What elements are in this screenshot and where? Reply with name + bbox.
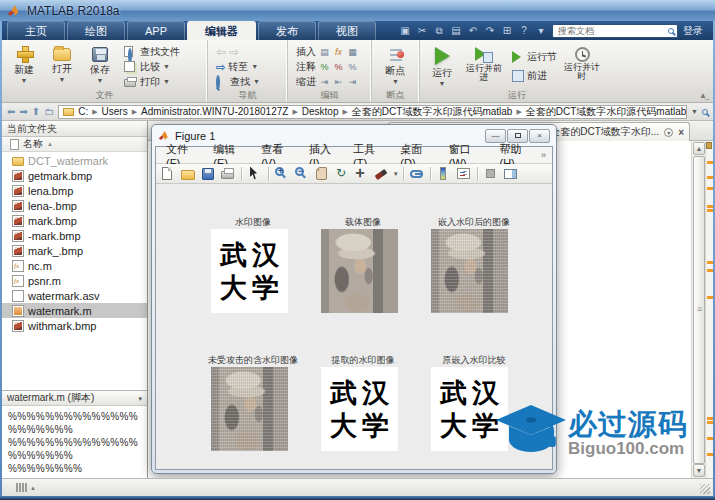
ribbon-tab-绘图[interactable]: 绘图	[67, 21, 125, 40]
path-segment[interactable]: 全套的DCT域数字水印源代码matlab	[526, 105, 687, 119]
advance-button[interactable]: 前进	[512, 69, 557, 84]
new-button[interactable]: 新建▼	[6, 43, 42, 90]
annotation-tick[interactable]	[707, 269, 713, 272]
copy-icon[interactable]: ⧉	[433, 25, 445, 37]
ribbon-tab-发布[interactable]: 发布	[258, 21, 316, 40]
annotation-tick[interactable]	[707, 176, 713, 179]
file-row[interactable]: psnr.m	[2, 273, 147, 288]
annotation-tick[interactable]	[707, 296, 713, 299]
print-figure-icon[interactable]	[220, 166, 236, 182]
window-titlebar[interactable]: MATLAB R2018a	[0, 0, 715, 21]
hide-plot-tools-icon[interactable]	[483, 166, 499, 182]
ribbon-tab-主页[interactable]: 主页	[7, 21, 65, 40]
indent-button[interactable]: 缩进 ⇥ ⇤ ⇥	[296, 75, 365, 88]
file-row[interactable]: watermark.m	[2, 303, 147, 318]
file-row[interactable]: watermark.asv	[2, 288, 147, 303]
message-indicator-icon[interactable]	[706, 142, 712, 149]
find-files-button[interactable]: 查找文件	[124, 45, 180, 58]
path-segment[interactable]: Desktop	[302, 106, 339, 117]
current-folder-header[interactable]: 当前文件夹	[2, 121, 147, 137]
breakpoints-button[interactable]: 断点▼	[376, 43, 415, 90]
menu-overflow-icon[interactable]: »	[541, 150, 549, 160]
resize-grip-icon[interactable]	[700, 484, 710, 494]
find-button[interactable]: 查找▼	[216, 75, 281, 88]
statusbar-grip-icon[interactable]: ▲	[16, 483, 36, 492]
file-row[interactable]: mark_.bmp	[2, 243, 147, 258]
annotation-tick[interactable]	[707, 209, 713, 212]
file-row[interactable]: getmark.bmp	[2, 168, 147, 183]
file-row[interactable]: -mark.bmp	[2, 228, 147, 243]
cut-icon[interactable]: ✂	[416, 25, 428, 36]
path-segment[interactable]: Administrator.WIN7U-20180127Z	[141, 106, 288, 117]
pan-icon[interactable]	[314, 166, 330, 182]
insert-button[interactable]: 插入 ▤ fx ▦	[296, 45, 365, 58]
brush-dropdown-icon[interactable]: ▾	[394, 171, 398, 176]
path-dropdown-icon[interactable]: ▼	[691, 109, 698, 114]
file-row[interactable]: mark.bmp	[2, 213, 147, 228]
ribbon-tab-视图[interactable]: 视图	[318, 21, 376, 40]
edit-plot-cursor-icon[interactable]	[247, 166, 263, 182]
ribbon-tab-编辑器[interactable]: 编辑器	[187, 21, 256, 40]
tab-close-icon[interactable]: ×	[678, 128, 684, 137]
close-button[interactable]: ×	[529, 129, 550, 143]
file-row[interactable]: DCT_watermark	[2, 153, 147, 168]
details-collapse-icon[interactable]: ▾	[138, 396, 142, 401]
insert-legend-icon[interactable]	[456, 166, 472, 182]
file-row[interactable]: lena.bmp	[2, 183, 147, 198]
annotation-tick[interactable]	[707, 161, 713, 164]
insert-colorbar-icon[interactable]	[436, 166, 452, 182]
window-icon[interactable]: ⊞	[501, 25, 513, 36]
file-details-header[interactable]: watermark.m (脚本) ▾	[2, 390, 147, 406]
run-button[interactable]: 运行▼	[424, 43, 460, 90]
address-search-icon[interactable]	[702, 109, 708, 115]
tab-menu-icon[interactable]: ▾	[664, 128, 673, 137]
annotation-tick[interactable]	[707, 261, 713, 264]
breadcrumb[interactable]: C:▶Users▶Administrator.WIN7U-20180127Z▶D…	[58, 105, 687, 119]
restore-button[interactable]	[507, 129, 528, 143]
minimize-button[interactable]: —	[485, 129, 506, 143]
nav-arrows[interactable]: ⇦ ⇨	[216, 45, 281, 58]
redo-icon[interactable]: ↷	[484, 25, 496, 36]
goto-button[interactable]: ⇨ 转至▼	[216, 60, 281, 73]
ribbon-tab-APP[interactable]: APP	[127, 21, 185, 40]
path-segment[interactable]: 全套的DCT域数字水印源代码matlab	[352, 105, 513, 119]
zoom-in-icon[interactable]	[274, 166, 290, 182]
run-advance-button[interactable]: 运行并前进	[462, 43, 506, 90]
collapse-ribbon-icon[interactable]: ▲̲	[699, 91, 707, 100]
path-segment[interactable]: C:	[78, 106, 88, 117]
save-icon[interactable]: ▣	[399, 25, 411, 36]
print-button[interactable]: 打印▼	[124, 75, 180, 88]
new-figure-icon[interactable]	[160, 166, 176, 182]
link-plot-icon[interactable]	[409, 166, 425, 182]
back-icon[interactable]: ⬅	[7, 106, 15, 117]
file-row[interactable]: withmark.bmp	[2, 318, 147, 333]
scroll-up-icon[interactable]: ▲	[693, 142, 705, 155]
run-section-button[interactable]: 运行节	[512, 50, 557, 65]
show-plot-tools-icon[interactable]	[503, 166, 519, 182]
doc-search-box[interactable]	[552, 24, 678, 38]
paste-icon[interactable]: ▤	[450, 25, 462, 36]
file-row[interactable]: nc.m	[2, 258, 147, 273]
file-row[interactable]: lena-.bmp	[2, 198, 147, 213]
save-button[interactable]: 保存▼	[82, 43, 118, 90]
comment-button[interactable]: 注释 % % %	[296, 60, 365, 73]
annotation-tick[interactable]	[707, 205, 713, 208]
doc-search-input[interactable]	[556, 25, 665, 37]
open-button[interactable]: 打开▼	[44, 43, 80, 90]
help-icon[interactable]: ?	[518, 25, 530, 36]
brush-icon[interactable]	[374, 166, 390, 182]
search-icon[interactable]	[668, 28, 674, 34]
name-column-header[interactable]: 名称 ▲	[2, 137, 147, 152]
open-file-icon[interactable]	[180, 166, 196, 182]
save-figure-icon[interactable]	[200, 166, 216, 182]
compare-button[interactable]: 比较▼	[124, 60, 180, 73]
path-segment[interactable]: Users	[102, 106, 128, 117]
undo-icon[interactable]: ↶	[467, 25, 479, 36]
sign-in-link[interactable]: 登录	[683, 24, 707, 38]
up-folder-icon[interactable]: ⬆	[32, 106, 40, 117]
annotation-tick[interactable]	[707, 187, 713, 190]
data-cursor-icon[interactable]: ✛	[354, 166, 370, 182]
zoom-out-icon[interactable]	[294, 166, 310, 182]
run-time-button[interactable]: 运行并计时	[561, 43, 603, 90]
forward-icon[interactable]: ➡	[19, 106, 27, 117]
